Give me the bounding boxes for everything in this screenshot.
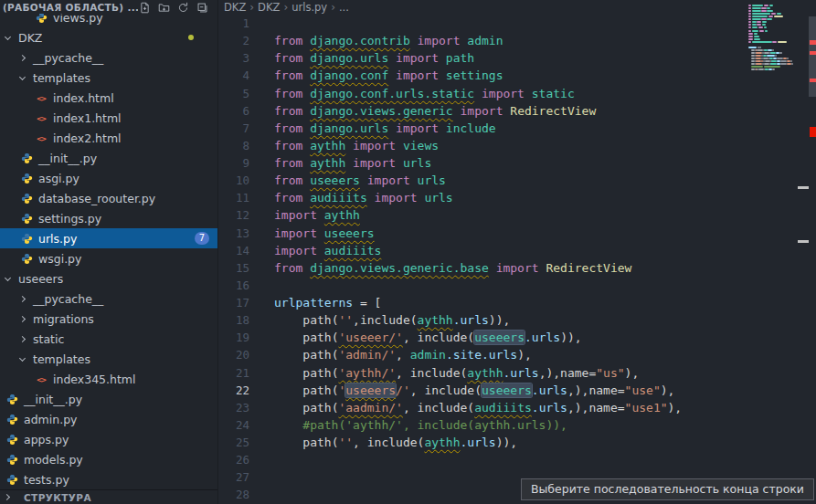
tree-file-index1-html[interactable]: <>index1.html [0, 108, 217, 128]
code-line[interactable]: 16 [218, 277, 816, 294]
tree-folder-useeers[interactable]: useeers [0, 268, 217, 289]
tree-file-index-html[interactable]: <>index.html [0, 88, 217, 108]
breadcrumb-item[interactable]: DKZ [224, 1, 246, 14]
line-number[interactable]: 22 [218, 382, 249, 399]
code-token: useeers [310, 173, 360, 187]
code-line[interactable]: 2from django.contrib import admin [218, 32, 816, 49]
line-number[interactable]: 13 [218, 225, 249, 242]
line-number[interactable]: 2 [218, 32, 249, 49]
line-number[interactable]: 7 [218, 120, 249, 137]
code-area[interactable]: 12from django.contrib import admin3from … [218, 15, 816, 504]
code-line[interactable]: 25 path('', include(aythh.urls)), [218, 434, 816, 451]
line-number[interactable]: 18 [218, 311, 249, 329]
tree-file-admin-py[interactable]: admin.py [0, 409, 217, 429]
tree-folder-templates[interactable]: templates [0, 349, 217, 369]
tree-folder-pycache[interactable]: __pycache__ [0, 47, 217, 68]
line-number[interactable]: 25 [218, 434, 249, 451]
line-number[interactable]: 24 [218, 416, 249, 434]
tree-folder-migrations[interactable]: migrations [0, 309, 217, 329]
code-line[interactable]: 26 [218, 451, 816, 468]
line-number[interactable]: 4 [218, 67, 249, 84]
line-number[interactable]: 16 [218, 277, 249, 294]
minimap[interactable] [748, 2, 807, 111]
code-line[interactable]: 6from django.views.generic import Redire… [218, 102, 816, 120]
code-text: from django.contrib import admin [274, 32, 503, 49]
code-token: #path('aythh/', include(aythh.urls)), [302, 418, 567, 432]
code-line[interactable]: 18 path('',include(aythh.urls)), [218, 311, 816, 329]
line-number[interactable]: 8 [218, 137, 249, 154]
code-line[interactable]: 7from django.urls import include [218, 120, 816, 137]
scrollbar-slider[interactable] [809, 16, 816, 97]
breadcrumb-item[interactable]: urls.py [291, 1, 327, 14]
line-number[interactable]: 14 [218, 242, 249, 259]
code-token: from [274, 173, 302, 187]
tree-file-tests-py[interactable]: tests.py [0, 469, 217, 489]
tree-file-apps-py[interactable]: apps.py [0, 429, 217, 449]
code-line[interactable]: 8from aythh import views [218, 137, 816, 154]
new-file-icon[interactable] [138, 1, 151, 14]
code-line[interactable]: 5from django.conf.urls.static import sta… [218, 85, 816, 102]
code-token: .urls [503, 366, 539, 380]
code-line[interactable]: 20 path('admin/', admin.site.urls), [218, 346, 816, 363]
outline-section-header[interactable]: СТРУКТУРА [0, 489, 217, 504]
tree-file-models-py[interactable]: models.py [0, 449, 217, 469]
breadcrumb-item[interactable]: DKZ [258, 1, 280, 14]
tree-file-settings-py[interactable]: settings.py [0, 208, 217, 228]
code-line[interactable]: 13import useeers [218, 225, 816, 242]
code-line[interactable]: 19 path('useeer/', include(useeers.urls)… [218, 329, 816, 346]
code-line[interactable]: 9from aythh import urls [218, 154, 816, 172]
code-line[interactable]: 12import aythh [218, 206, 816, 224]
code-line[interactable]: 22 path('useeers/', include(useeers.urls… [218, 382, 816, 399]
code-line[interactable]: 23 path('aadmin/', include(audiiits.urls… [218, 399, 816, 416]
collapse-folders-icon[interactable] [196, 1, 208, 14]
code-line[interactable]: 1 [218, 15, 816, 32]
new-folder-icon[interactable] [157, 1, 170, 14]
breadcrumb-item[interactable]: ... [339, 1, 349, 14]
line-number[interactable]: 15 [218, 259, 249, 277]
tree-file-index345-html[interactable]: <>index345.html [0, 369, 217, 389]
line-number[interactable]: 21 [218, 364, 249, 382]
code-token: ), [625, 366, 640, 380]
tree-file-urls-py[interactable]: urls.py7 [0, 228, 217, 248]
code-line[interactable]: 24 #path('aythh/', include(aythh.urls)), [218, 416, 816, 434]
code-line[interactable]: 14import audiiits [218, 242, 816, 259]
line-number[interactable]: 3 [218, 49, 249, 67]
line-number[interactable]: 19 [218, 329, 249, 346]
line-number[interactable]: 5 [218, 85, 249, 102]
tree-file-database-roouter-py[interactable]: database_roouter.py [0, 188, 217, 208]
code-token [396, 156, 403, 170]
tree-file-wsgi-py[interactable]: wsgi.py [0, 248, 217, 268]
line-number[interactable]: 26 [218, 451, 249, 468]
tree-folder-static[interactable]: static [0, 329, 217, 349]
line-number[interactable]: 28 [218, 486, 249, 503]
code-line[interactable]: 11from audiiits import urls [218, 189, 816, 206]
line-number[interactable]: 23 [218, 399, 249, 416]
code-token: from [274, 156, 302, 170]
line-number[interactable]: 20 [218, 346, 249, 363]
code-line[interactable]: 21 path('aythh/', include(aythh.urls,),n… [218, 364, 816, 382]
tree-file-init-py[interactable]: __init__.py [0, 148, 217, 168]
tree-file-index2-html[interactable]: <>index2.html [0, 128, 217, 148]
code-line[interactable]: 10from useeers import urls [218, 172, 816, 189]
code-line[interactable]: 15from django.views.generic.base import … [218, 259, 816, 277]
line-number[interactable]: 11 [218, 189, 249, 206]
code-line[interactable]: 3from django.urls import path [218, 49, 816, 67]
code-token: )), [560, 331, 581, 344]
tree-folder-templates[interactable]: templates [0, 68, 217, 88]
tree-file-init-py[interactable]: __init__.py [0, 389, 217, 409]
ruler-mark [798, 240, 809, 243]
line-number[interactable]: 1 [218, 15, 249, 32]
tree-folder-dkz[interactable]: DKZ [0, 27, 217, 47]
line-number[interactable]: 12 [218, 206, 249, 224]
code-line[interactable]: 17urlpatterns = [ [218, 294, 816, 311]
line-number[interactable]: 10 [218, 172, 249, 189]
line-number[interactable]: 27 [218, 468, 249, 486]
code-line[interactable]: 4from django.conf import settings [218, 67, 816, 84]
line-number[interactable]: 17 [218, 294, 249, 311]
refresh-explorer-icon[interactable] [176, 1, 189, 14]
tree-file-asgi-py[interactable]: asgi.py [0, 168, 217, 188]
code-token: urls [424, 191, 452, 205]
tree-folder-pycache[interactable]: __pycache__ [0, 289, 217, 309]
line-number[interactable]: 9 [218, 154, 249, 172]
line-number[interactable]: 6 [218, 102, 249, 120]
